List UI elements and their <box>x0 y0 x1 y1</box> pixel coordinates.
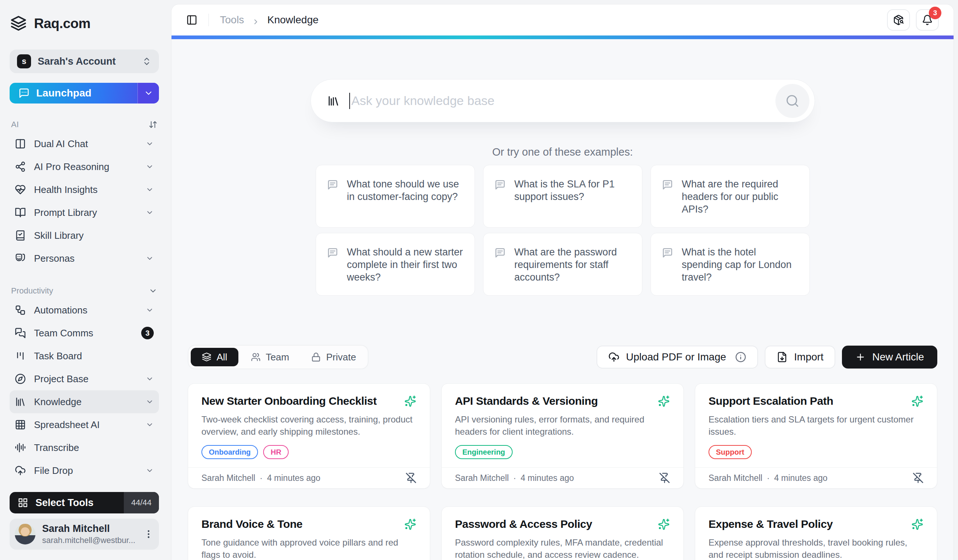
section-header-productivity[interactable]: Productivity <box>10 286 159 297</box>
article-card-head: Expense & Travel Policy <box>709 517 924 531</box>
unpin-button[interactable] <box>659 473 670 484</box>
article-card-head: Password & Access Policy <box>455 517 670 531</box>
chevron-down-icon <box>146 466 154 474</box>
article-card[interactable]: New Starter Onboarding Checklist Two-wee… <box>188 383 430 489</box>
launchpad-button[interactable]: Launchpad <box>10 83 159 103</box>
chevron-down-icon <box>146 375 154 383</box>
search-submit-button[interactable] <box>776 84 809 118</box>
text-caret <box>349 93 350 109</box>
message-dots-icon <box>19 87 30 99</box>
example-question-card[interactable]: What is the SLA for P1 support issues? <box>483 165 642 228</box>
sidebar-item-spreadsheet-ai[interactable]: Spreadsheet AI <box>10 413 159 436</box>
sidebar-item-dual-ai-chat[interactable]: Dual AI Chat <box>10 132 159 155</box>
article-time: 4 minutes ago <box>267 473 320 483</box>
example-question-card[interactable]: What tone should we use in customer-faci… <box>316 165 475 228</box>
launchpad-label: Launchpad <box>36 87 91 99</box>
sparkles-icon[interactable] <box>404 518 417 530</box>
tag-hr: HR <box>263 445 289 459</box>
article-card[interactable]: Expense & Travel Policy Expense approval… <box>695 506 937 560</box>
breadcrumb-tools[interactable]: Tools <box>220 14 244 25</box>
example-question-text: What should a new starter complete in th… <box>347 246 463 284</box>
sidebar-item-automations[interactable]: Automations <box>10 299 159 322</box>
account-switcher[interactable]: s Sarah's Account <box>10 49 159 73</box>
section-header-ai[interactable]: AI <box>10 119 159 130</box>
search-icon <box>785 94 799 108</box>
sidebar-item-label: File Drop <box>34 465 138 476</box>
sparkles-icon[interactable] <box>404 395 417 407</box>
heart-pulse-icon <box>15 184 26 195</box>
article-time: 4 minutes ago <box>774 473 827 483</box>
sidebar-item-team-comms[interactable]: Team Comms3 <box>10 322 159 344</box>
toolbar-row: All Team Private Upload PDF or Image Imp… <box>188 345 937 369</box>
package-search-button[interactable] <box>887 9 910 31</box>
user-card[interactable]: Sarah Mitchell sarah.mitchell@westbur... <box>10 519 159 550</box>
launchpad-expand-button[interactable] <box>138 83 159 103</box>
sidebar-toggle-icon[interactable] <box>186 14 197 25</box>
topbar-divider <box>208 14 209 26</box>
example-question-text: What is the SLA for P1 support issues? <box>514 178 631 203</box>
lock-icon <box>311 352 321 362</box>
sidebar-item-label: AI Pro Reasoning <box>34 161 138 173</box>
sparkles-icon[interactable] <box>911 518 924 530</box>
tab-label: Private <box>326 352 356 363</box>
example-question-card[interactable]: What are the password requirements for s… <box>483 233 642 296</box>
example-question-card[interactable]: What should a new starter complete in th… <box>316 233 475 296</box>
sparkles-icon[interactable] <box>658 518 670 530</box>
sidebar-item-transcribe[interactable]: Transcribe <box>10 436 159 459</box>
article-card[interactable]: API Standards & Versioning API versionin… <box>441 383 684 489</box>
more-vertical-icon[interactable] <box>143 529 154 539</box>
unpin-button[interactable] <box>406 473 417 484</box>
sidebar-item-label: Spreadsheet AI <box>34 419 138 431</box>
upload-pdf-button[interactable]: Upload PDF or Image <box>596 346 758 368</box>
sidebar-item-skill-library[interactable]: Skill Library <box>10 224 159 247</box>
upload-pdf-label: Upload PDF or Image <box>626 351 726 363</box>
example-question-card[interactable]: What is the hotel spending cap for Londo… <box>650 233 810 296</box>
article-card[interactable]: Support Escalation Path Escalation tiers… <box>695 383 937 489</box>
import-button[interactable]: Import <box>765 346 835 368</box>
drama-icon <box>15 253 26 264</box>
chevron-down-icon <box>146 398 154 406</box>
user-email: sarah.mitchell@westbur... <box>42 536 137 545</box>
notifications-button[interactable]: 3 <box>916 9 939 31</box>
article-title: Support Escalation Path <box>709 394 833 408</box>
message-square-text-icon <box>327 247 338 259</box>
article-card[interactable]: Brand Voice & Tone Tone guidance with ap… <box>188 506 430 560</box>
sidebar-item-label: Automations <box>34 305 138 316</box>
article-title: Brand Voice & Tone <box>201 517 302 531</box>
article-card-head: Support Escalation Path <box>709 394 924 408</box>
sparkles-icon[interactable] <box>911 395 924 407</box>
new-article-button[interactable]: New Article <box>842 346 937 368</box>
article-card[interactable]: Password & Access Policy Password comple… <box>441 506 684 560</box>
unpin-button[interactable] <box>912 473 924 484</box>
example-question-card[interactable]: What are the required headers for our pu… <box>650 165 810 228</box>
toolbar-actions: Upload PDF or Image Import New Article <box>596 346 937 368</box>
example-question-text: What are the password requirements for s… <box>514 246 631 284</box>
tab-private[interactable]: Private <box>301 348 366 366</box>
examples-grid: What tone should we use in customer-faci… <box>316 165 810 296</box>
chevron-down-icon <box>146 186 154 194</box>
sidebar-item-personas[interactable]: Personas <box>10 247 159 270</box>
sidebar-item-knowledge[interactable]: Knowledge <box>10 390 159 413</box>
sparkles-icon[interactable] <box>658 395 670 407</box>
sidebar-item-task-board[interactable]: Task Board <box>10 344 159 367</box>
tab-team[interactable]: Team <box>241 348 299 366</box>
sidebar-item-prompt-library[interactable]: Prompt Library <box>10 201 159 224</box>
tab-all[interactable]: All <box>191 348 238 366</box>
topbar-actions: 3 <box>887 9 939 31</box>
knowledge-search-bar[interactable] <box>311 79 815 122</box>
chevron-down-icon <box>149 287 157 295</box>
article-description: API versioning rules, error formats, and… <box>455 413 670 438</box>
sidebar-item-project-base[interactable]: Project Base <box>10 367 159 390</box>
articles-grid: New Starter Onboarding Checklist Two-wee… <box>188 383 937 560</box>
examples-caption: Or try one of these examples: <box>311 146 815 158</box>
sidebar-item-ai-pro-reasoning[interactable]: AI Pro Reasoning <box>10 155 159 178</box>
example-question-text: What are the required headers for our pu… <box>682 178 798 216</box>
info-icon[interactable] <box>735 352 746 363</box>
search-input[interactable] <box>352 94 776 108</box>
sidebar-item-health-insights[interactable]: Health Insights <box>10 178 159 201</box>
sidebar-item-file-drop[interactable]: File Drop <box>10 459 159 482</box>
layers-icon <box>202 352 211 362</box>
article-card-footer: Sarah Mitchell · 4 minutes ago <box>695 467 937 488</box>
launchpad-main[interactable]: Launchpad <box>10 83 138 103</box>
select-tools-button[interactable]: Select Tools 44/44 <box>10 492 159 513</box>
